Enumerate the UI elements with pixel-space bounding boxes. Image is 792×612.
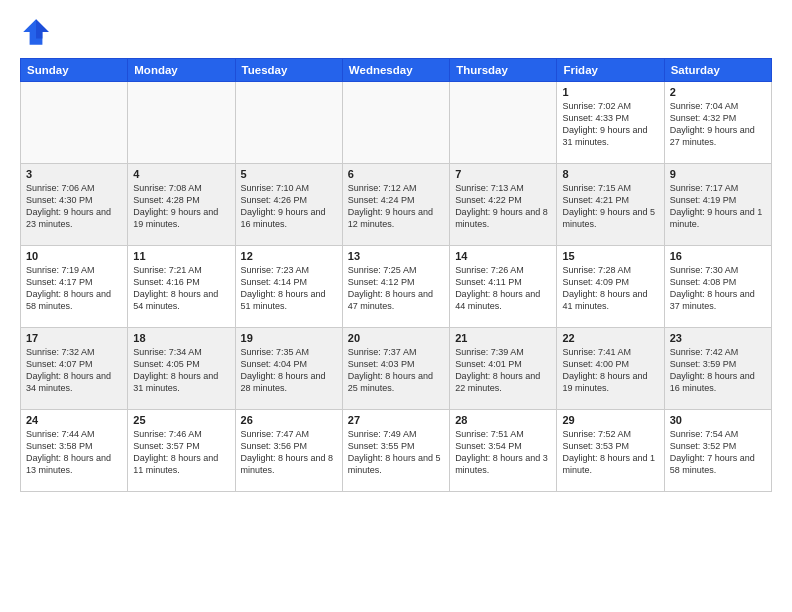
day-number: 11: [133, 250, 229, 262]
day-cell: 28Sunrise: 7:51 AM Sunset: 3:54 PM Dayli…: [450, 410, 557, 492]
day-cell: 10Sunrise: 7:19 AM Sunset: 4:17 PM Dayli…: [21, 246, 128, 328]
day-number: 23: [670, 332, 766, 344]
day-number: 30: [670, 414, 766, 426]
day-info: Sunrise: 7:12 AM Sunset: 4:24 PM Dayligh…: [348, 182, 444, 231]
day-number: 28: [455, 414, 551, 426]
day-cell: 21Sunrise: 7:39 AM Sunset: 4:01 PM Dayli…: [450, 328, 557, 410]
day-cell: 8Sunrise: 7:15 AM Sunset: 4:21 PM Daylig…: [557, 164, 664, 246]
day-number: 19: [241, 332, 337, 344]
weekday-header-wednesday: Wednesday: [342, 59, 449, 82]
day-info: Sunrise: 7:13 AM Sunset: 4:22 PM Dayligh…: [455, 182, 551, 231]
day-info: Sunrise: 7:49 AM Sunset: 3:55 PM Dayligh…: [348, 428, 444, 477]
day-info: Sunrise: 7:08 AM Sunset: 4:28 PM Dayligh…: [133, 182, 229, 231]
day-info: Sunrise: 7:23 AM Sunset: 4:14 PM Dayligh…: [241, 264, 337, 313]
weekday-header-saturday: Saturday: [664, 59, 771, 82]
day-cell: [450, 82, 557, 164]
day-info: Sunrise: 7:46 AM Sunset: 3:57 PM Dayligh…: [133, 428, 229, 477]
day-cell: 7Sunrise: 7:13 AM Sunset: 4:22 PM Daylig…: [450, 164, 557, 246]
day-cell: 1Sunrise: 7:02 AM Sunset: 4:33 PM Daylig…: [557, 82, 664, 164]
day-number: 4: [133, 168, 229, 180]
day-number: 6: [348, 168, 444, 180]
day-cell: 30Sunrise: 7:54 AM Sunset: 3:52 PM Dayli…: [664, 410, 771, 492]
day-info: Sunrise: 7:17 AM Sunset: 4:19 PM Dayligh…: [670, 182, 766, 231]
day-number: 5: [241, 168, 337, 180]
day-number: 22: [562, 332, 658, 344]
day-cell: 6Sunrise: 7:12 AM Sunset: 4:24 PM Daylig…: [342, 164, 449, 246]
weekday-header-thursday: Thursday: [450, 59, 557, 82]
day-cell: 26Sunrise: 7:47 AM Sunset: 3:56 PM Dayli…: [235, 410, 342, 492]
day-number: 3: [26, 168, 122, 180]
day-info: Sunrise: 7:47 AM Sunset: 3:56 PM Dayligh…: [241, 428, 337, 477]
day-cell: 15Sunrise: 7:28 AM Sunset: 4:09 PM Dayli…: [557, 246, 664, 328]
day-info: Sunrise: 7:44 AM Sunset: 3:58 PM Dayligh…: [26, 428, 122, 477]
day-number: 21: [455, 332, 551, 344]
day-cell: 18Sunrise: 7:34 AM Sunset: 4:05 PM Dayli…: [128, 328, 235, 410]
day-cell: 22Sunrise: 7:41 AM Sunset: 4:00 PM Dayli…: [557, 328, 664, 410]
day-number: 26: [241, 414, 337, 426]
day-number: 24: [26, 414, 122, 426]
day-cell: 29Sunrise: 7:52 AM Sunset: 3:53 PM Dayli…: [557, 410, 664, 492]
day-cell: 20Sunrise: 7:37 AM Sunset: 4:03 PM Dayli…: [342, 328, 449, 410]
day-number: 12: [241, 250, 337, 262]
day-cell: 9Sunrise: 7:17 AM Sunset: 4:19 PM Daylig…: [664, 164, 771, 246]
day-info: Sunrise: 7:54 AM Sunset: 3:52 PM Dayligh…: [670, 428, 766, 477]
day-number: 15: [562, 250, 658, 262]
day-number: 17: [26, 332, 122, 344]
day-info: Sunrise: 7:06 AM Sunset: 4:30 PM Dayligh…: [26, 182, 122, 231]
weekday-header-friday: Friday: [557, 59, 664, 82]
weekday-header-sunday: Sunday: [21, 59, 128, 82]
day-cell: 5Sunrise: 7:10 AM Sunset: 4:26 PM Daylig…: [235, 164, 342, 246]
day-info: Sunrise: 7:42 AM Sunset: 3:59 PM Dayligh…: [670, 346, 766, 395]
day-cell: 19Sunrise: 7:35 AM Sunset: 4:04 PM Dayli…: [235, 328, 342, 410]
day-info: Sunrise: 7:26 AM Sunset: 4:11 PM Dayligh…: [455, 264, 551, 313]
logo: [20, 16, 58, 48]
day-info: Sunrise: 7:28 AM Sunset: 4:09 PM Dayligh…: [562, 264, 658, 313]
day-number: 14: [455, 250, 551, 262]
day-number: 13: [348, 250, 444, 262]
day-cell: 13Sunrise: 7:25 AM Sunset: 4:12 PM Dayli…: [342, 246, 449, 328]
day-number: 9: [670, 168, 766, 180]
day-info: Sunrise: 7:02 AM Sunset: 4:33 PM Dayligh…: [562, 100, 658, 149]
calendar: SundayMondayTuesdayWednesdayThursdayFrid…: [20, 58, 772, 492]
day-cell: 24Sunrise: 7:44 AM Sunset: 3:58 PM Dayli…: [21, 410, 128, 492]
day-info: Sunrise: 7:41 AM Sunset: 4:00 PM Dayligh…: [562, 346, 658, 395]
logo-icon: [20, 16, 52, 48]
day-cell: [235, 82, 342, 164]
day-number: 27: [348, 414, 444, 426]
day-info: Sunrise: 7:51 AM Sunset: 3:54 PM Dayligh…: [455, 428, 551, 477]
day-cell: [342, 82, 449, 164]
week-row-1: 3Sunrise: 7:06 AM Sunset: 4:30 PM Daylig…: [21, 164, 772, 246]
day-cell: 12Sunrise: 7:23 AM Sunset: 4:14 PM Dayli…: [235, 246, 342, 328]
day-info: Sunrise: 7:39 AM Sunset: 4:01 PM Dayligh…: [455, 346, 551, 395]
weekday-header-row: SundayMondayTuesdayWednesdayThursdayFrid…: [21, 59, 772, 82]
day-number: 2: [670, 86, 766, 98]
day-info: Sunrise: 7:37 AM Sunset: 4:03 PM Dayligh…: [348, 346, 444, 395]
day-info: Sunrise: 7:04 AM Sunset: 4:32 PM Dayligh…: [670, 100, 766, 149]
day-number: 16: [670, 250, 766, 262]
week-row-3: 17Sunrise: 7:32 AM Sunset: 4:07 PM Dayli…: [21, 328, 772, 410]
day-cell: [128, 82, 235, 164]
day-info: Sunrise: 7:25 AM Sunset: 4:12 PM Dayligh…: [348, 264, 444, 313]
day-cell: 25Sunrise: 7:46 AM Sunset: 3:57 PM Dayli…: [128, 410, 235, 492]
day-cell: 2Sunrise: 7:04 AM Sunset: 4:32 PM Daylig…: [664, 82, 771, 164]
day-info: Sunrise: 7:19 AM Sunset: 4:17 PM Dayligh…: [26, 264, 122, 313]
day-info: Sunrise: 7:30 AM Sunset: 4:08 PM Dayligh…: [670, 264, 766, 313]
day-cell: 27Sunrise: 7:49 AM Sunset: 3:55 PM Dayli…: [342, 410, 449, 492]
day-cell: 11Sunrise: 7:21 AM Sunset: 4:16 PM Dayli…: [128, 246, 235, 328]
day-info: Sunrise: 7:10 AM Sunset: 4:26 PM Dayligh…: [241, 182, 337, 231]
day-number: 8: [562, 168, 658, 180]
day-number: 29: [562, 414, 658, 426]
day-number: 20: [348, 332, 444, 344]
svg-marker-1: [36, 19, 49, 38]
day-number: 25: [133, 414, 229, 426]
day-number: 18: [133, 332, 229, 344]
day-cell: 4Sunrise: 7:08 AM Sunset: 4:28 PM Daylig…: [128, 164, 235, 246]
day-cell: 14Sunrise: 7:26 AM Sunset: 4:11 PM Dayli…: [450, 246, 557, 328]
day-cell: 3Sunrise: 7:06 AM Sunset: 4:30 PM Daylig…: [21, 164, 128, 246]
page: SundayMondayTuesdayWednesdayThursdayFrid…: [0, 0, 792, 612]
day-number: 1: [562, 86, 658, 98]
day-cell: [21, 82, 128, 164]
day-info: Sunrise: 7:21 AM Sunset: 4:16 PM Dayligh…: [133, 264, 229, 313]
day-number: 10: [26, 250, 122, 262]
day-info: Sunrise: 7:32 AM Sunset: 4:07 PM Dayligh…: [26, 346, 122, 395]
